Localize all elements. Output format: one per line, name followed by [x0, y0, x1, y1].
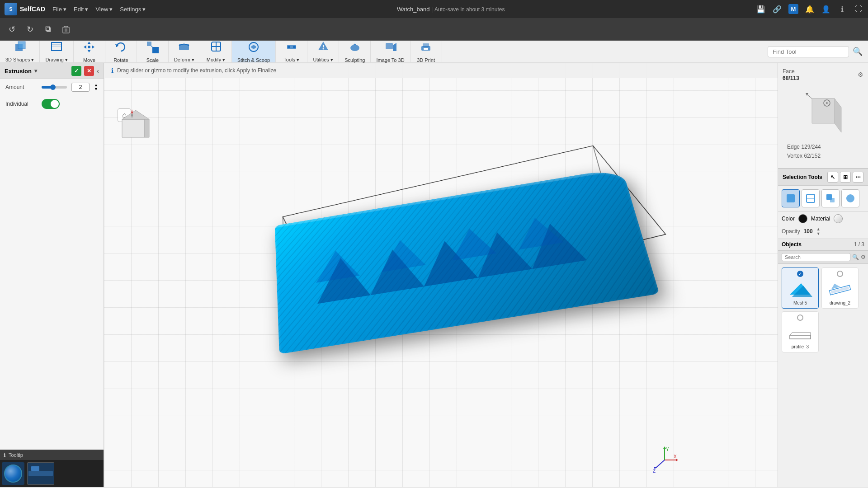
- tool-sculpting[interactable]: Sculpting: [339, 41, 371, 62]
- vertex-count: 62/152: [804, 153, 821, 159]
- bell-icon[interactable]: 🔔: [805, 4, 815, 14]
- tool-drawing-label: Drawing ▾: [45, 57, 67, 63]
- redo-button[interactable]: ↻: [22, 21, 38, 38]
- tool-move[interactable]: Move: [74, 41, 105, 62]
- axis-indicator: X Y Z: [651, 446, 678, 474]
- amount-spinner[interactable]: ▲ ▼: [94, 83, 98, 91]
- mesh-info-area: Face 68/113 ⚙: [778, 63, 868, 169]
- video-preview-frame[interactable]: [27, 462, 54, 485]
- tool-3d-print-label: 3D Print: [417, 57, 435, 63]
- app-name: SelfCAD: [20, 5, 45, 13]
- m-icon[interactable]: M: [788, 4, 798, 14]
- sel-tool-round[interactable]: [841, 189, 859, 207]
- selection-more-icon[interactable]: ⋯: [853, 172, 863, 183]
- objects-search-icon[interactable]: 🔍: [852, 254, 859, 260]
- object-radio-drawing2[interactable]: [837, 271, 843, 277]
- amount-slider-thumb[interactable]: [50, 84, 56, 90]
- mesh-settings-gear-icon[interactable]: ⚙: [858, 71, 863, 78]
- user-icon[interactable]: 👤: [821, 4, 831, 14]
- info-icon[interactable]: ℹ: [837, 4, 847, 14]
- object-radio-mesh5[interactable]: [797, 271, 803, 277]
- sel-tool-box[interactable]: [821, 189, 840, 207]
- object-radio-profile3[interactable]: [797, 314, 803, 321]
- tool-sculpting-label: Sculpting: [344, 57, 365, 63]
- tool-tools[interactable]: Tools ▾: [276, 41, 307, 62]
- tool-3d-print[interactable]: 3D Print: [410, 41, 442, 62]
- menu-file[interactable]: File ▾: [52, 6, 66, 13]
- fullscreen-icon[interactable]: ⛶: [854, 4, 863, 14]
- undo-button[interactable]: ↺: [4, 21, 20, 38]
- opacity-spinner[interactable]: ▲▼: [816, 227, 821, 236]
- panel-confirm-button[interactable]: ✓: [71, 66, 81, 76]
- sculpting-icon: [349, 41, 361, 56]
- tool-3d-shapes[interactable]: 3D Shapes ▾: [0, 41, 40, 62]
- sel-tool-solid[interactable]: [782, 189, 800, 207]
- rotate-icon: [114, 41, 127, 56]
- amount-slider-track[interactable]: [42, 86, 67, 89]
- tool-stitch-scoop[interactable]: Stitch & Scoop: [232, 41, 276, 62]
- secondary-toolbar: ↺ ↻ ⧉: [0, 18, 868, 41]
- svg-point-16: [88, 46, 90, 48]
- individual-toggle[interactable]: [42, 99, 60, 109]
- selection-cursor-icon[interactable]: ↖: [827, 172, 838, 183]
- objects-search-row: 🔍 ⚙: [778, 250, 868, 264]
- tool-scale-label: Scale: [146, 57, 159, 63]
- object-card-mesh5[interactable]: Mesh5: [782, 267, 819, 309]
- app-logo[interactable]: S SelfCAD: [5, 3, 45, 15]
- panel-dropdown-icon: ▾: [34, 68, 37, 74]
- tool-rotate[interactable]: Rotate: [105, 41, 137, 62]
- tool-modify[interactable]: Modify ▾: [200, 41, 232, 62]
- object-name-profile3: profile_3: [792, 344, 809, 349]
- find-tool-input[interactable]: [768, 46, 849, 57]
- delete-button[interactable]: [58, 21, 74, 38]
- amount-input[interactable]: [71, 83, 90, 92]
- amount-row: Amount ▲ ▼: [0, 79, 104, 95]
- tool-utilities[interactable]: Utilities ▾: [307, 41, 339, 62]
- right-panel: Face 68/113 ⚙: [778, 63, 868, 487]
- move-icon: [83, 41, 95, 56]
- panel-collapse-icon[interactable]: ‹: [97, 67, 99, 75]
- view-cube-3d[interactable]: [798, 89, 848, 139]
- color-picker[interactable]: [798, 214, 807, 223]
- menu-settings[interactable]: Settings ▾: [120, 6, 146, 13]
- panel-cancel-button[interactable]: ✕: [84, 66, 94, 76]
- copy-button[interactable]: ⧉: [40, 21, 56, 38]
- save-icon[interactable]: 💾: [756, 4, 766, 14]
- svg-rect-79: [830, 198, 835, 202]
- amount-label: Amount: [5, 84, 37, 90]
- find-tool-search-icon[interactable]: 🔍: [853, 47, 863, 56]
- viewport[interactable]: ℹ Drag slider or gizmo to modify the ext…: [104, 63, 778, 487]
- find-tool-area: 🔍: [762, 41, 868, 62]
- vertex-label: Vertex: [787, 153, 802, 159]
- selection-copy-icon[interactable]: ⊞: [840, 172, 851, 183]
- object-card-drawing2[interactable]: drawing_2: [821, 267, 859, 309]
- material-picker[interactable]: [834, 214, 843, 223]
- svg-rect-19: [152, 47, 159, 53]
- tool-deform[interactable]: Deform ▾: [169, 41, 200, 62]
- object-card-profile3[interactable]: profile_3: [782, 311, 819, 352]
- content-area: Extrusion ▾ ✓ ✕ ‹ Amount ▲ ▼ Individual: [0, 63, 868, 487]
- sel-tool-wireframe[interactable]: [802, 189, 820, 207]
- objects-settings-icon[interactable]: ⚙: [861, 254, 866, 260]
- svg-text:Z: Z: [653, 469, 656, 474]
- svg-rect-75: [787, 194, 795, 202]
- header-icons: 💾 🔗 M 🔔 👤 ℹ ⛶: [756, 4, 863, 14]
- svg-point-31: [322, 48, 324, 50]
- vertex-info-row: Vertex 62/152: [783, 153, 863, 164]
- video-thumbnail[interactable]: [2, 462, 24, 485]
- selection-icons: ↖ ⊞ ⋯: [827, 172, 863, 183]
- face-info-block: Face 68/113: [783, 68, 858, 81]
- share-icon[interactable]: 🔗: [772, 4, 782, 14]
- tool-image-to-3d[interactable]: Image To 3D: [371, 41, 410, 62]
- stitch-scoop-icon: [247, 41, 260, 56]
- menu-edit[interactable]: Edit ▾: [74, 6, 88, 13]
- tool-drawing[interactable]: Drawing ▾: [40, 41, 73, 62]
- svg-line-87: [790, 333, 792, 335]
- material-label: Material: [811, 216, 830, 222]
- menu-view[interactable]: View ▾: [95, 6, 113, 13]
- tool-scale[interactable]: Scale: [137, 41, 169, 62]
- opacity-label: Opacity: [782, 228, 800, 235]
- objects-count: 1 / 3: [854, 241, 864, 248]
- objects-search-input[interactable]: [782, 253, 850, 261]
- svg-marker-56: [378, 237, 425, 272]
